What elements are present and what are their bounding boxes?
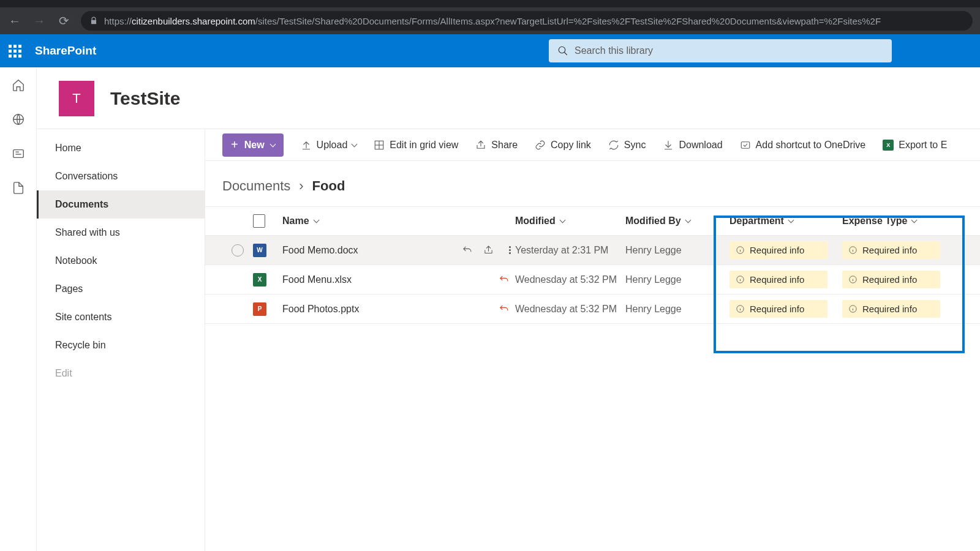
svg-point-0 bbox=[559, 47, 565, 53]
table-row[interactable]: P Food Photos.pptx Wednesday at 5:32 PM … bbox=[205, 294, 980, 324]
nav-edit-link[interactable]: Edit bbox=[37, 359, 205, 388]
app-brand[interactable]: SharePoint bbox=[35, 44, 96, 58]
nav-item-documents[interactable]: Documents bbox=[37, 190, 205, 219]
excel-file-icon: X bbox=[253, 273, 266, 287]
export-excel-button[interactable]: X Export to E bbox=[883, 140, 947, 151]
modified-date: Wednesday at 5:32 PM bbox=[515, 274, 625, 285]
home-icon[interactable] bbox=[12, 78, 25, 92]
site-left-nav: HomeConversationsDocumentsShared with us… bbox=[37, 129, 205, 551]
share-icon bbox=[475, 140, 486, 151]
globe-icon[interactable] bbox=[12, 113, 25, 126]
info-icon bbox=[736, 275, 745, 284]
modified-date: Yesterday at 2:31 PM bbox=[515, 245, 625, 256]
download-icon bbox=[663, 140, 674, 151]
grid-icon bbox=[374, 140, 385, 151]
table-row[interactable]: W Food Memo.docx Yesterday at 2:31 PM He… bbox=[205, 236, 980, 265]
info-icon bbox=[736, 304, 745, 313]
svg-rect-3 bbox=[13, 150, 23, 158]
sync-icon bbox=[608, 140, 619, 151]
upload-button[interactable]: Upload bbox=[301, 140, 357, 151]
file-type-icon[interactable] bbox=[253, 214, 265, 228]
nav-item-shared-with-us[interactable]: Shared with us bbox=[37, 219, 205, 247]
svg-point-10 bbox=[509, 246, 510, 247]
file-name[interactable]: Food Memo.docx bbox=[282, 245, 358, 256]
more-icon[interactable] bbox=[505, 245, 515, 255]
column-name[interactable]: Name bbox=[282, 216, 515, 227]
required-info-badge[interactable]: Required info bbox=[842, 300, 940, 318]
excel-icon: X bbox=[883, 140, 894, 151]
required-info-badge[interactable]: Required info bbox=[729, 300, 827, 318]
new-button[interactable]: + New bbox=[222, 133, 284, 157]
copy-link-button[interactable]: Copy link bbox=[535, 140, 591, 151]
url-field[interactable]: https://citizenbuilders.sharepoint.com/s… bbox=[81, 11, 973, 31]
download-button[interactable]: Download bbox=[663, 140, 722, 151]
chevron-down-icon bbox=[559, 217, 565, 223]
nav-item-conversations[interactable]: Conversations bbox=[37, 162, 205, 190]
svg-point-11 bbox=[509, 249, 510, 250]
column-modified-by[interactable]: Modified By bbox=[625, 216, 729, 227]
site-title[interactable]: TestSite bbox=[110, 88, 180, 109]
chevron-down-icon bbox=[270, 141, 276, 147]
breadcrumb-parent[interactable]: Documents bbox=[222, 178, 290, 194]
modified-date: Wednesday at 5:32 PM bbox=[515, 304, 625, 315]
required-info-badge[interactable]: Required info bbox=[842, 271, 940, 288]
back-button[interactable]: ← bbox=[7, 14, 22, 28]
ppt-file-icon: P bbox=[253, 302, 266, 316]
nav-item-recycle-bin[interactable]: Recycle bin bbox=[37, 331, 205, 359]
chevron-down-icon bbox=[313, 217, 319, 223]
site-logo[interactable]: T bbox=[59, 81, 94, 116]
sync-button[interactable]: Sync bbox=[608, 140, 646, 151]
svg-line-1 bbox=[564, 52, 567, 55]
file-name[interactable]: Food Photos.pptx bbox=[282, 304, 359, 315]
table-row[interactable]: X Food Menu.xlsx Wednesday at 5:32 PM He… bbox=[205, 265, 980, 294]
shortcut-icon bbox=[740, 140, 751, 151]
share-arrow-icon[interactable] bbox=[483, 245, 494, 255]
nav-item-home[interactable]: Home bbox=[37, 134, 205, 162]
undo-arrow-icon[interactable] bbox=[462, 245, 472, 255]
link-icon bbox=[535, 140, 546, 151]
chevron-right-icon: › bbox=[299, 178, 303, 194]
nav-item-notebook[interactable]: Notebook bbox=[37, 247, 205, 275]
required-info-badge[interactable]: Required info bbox=[842, 241, 940, 259]
share-button[interactable]: Share bbox=[475, 140, 518, 151]
shared-indicator-icon[interactable] bbox=[499, 304, 509, 314]
modified-by[interactable]: Henry Legge bbox=[625, 304, 729, 315]
nav-item-site-contents[interactable]: Site contents bbox=[37, 303, 205, 331]
app-launcher-icon[interactable] bbox=[9, 45, 21, 58]
modified-by[interactable]: Henry Legge bbox=[625, 245, 729, 256]
file-name[interactable]: Food Menu.xlsx bbox=[282, 274, 352, 285]
column-department[interactable]: Department bbox=[729, 216, 842, 227]
files-icon[interactable] bbox=[12, 181, 25, 195]
plus-icon: + bbox=[231, 138, 238, 152]
svg-rect-9 bbox=[741, 141, 750, 148]
forward-button[interactable]: → bbox=[32, 14, 47, 28]
info-icon bbox=[736, 246, 745, 255]
required-info-badge[interactable]: Required info bbox=[729, 241, 827, 259]
word-file-icon: W bbox=[253, 244, 266, 257]
select-circle[interactable] bbox=[232, 244, 244, 257]
info-icon bbox=[848, 275, 858, 284]
main-content: + New Upload Edit in grid view bbox=[205, 129, 980, 551]
required-info-badge[interactable]: Required info bbox=[729, 271, 827, 288]
search-input[interactable]: Search this library bbox=[549, 39, 892, 62]
svg-point-12 bbox=[509, 252, 510, 253]
reload-button[interactable]: ⟳ bbox=[56, 13, 71, 28]
news-icon[interactable] bbox=[12, 147, 25, 160]
command-bar: + New Upload Edit in grid view bbox=[205, 129, 980, 161]
chevron-down-icon bbox=[911, 217, 918, 223]
modified-by[interactable]: Henry Legge bbox=[625, 274, 729, 285]
edit-grid-button[interactable]: Edit in grid view bbox=[374, 140, 458, 151]
info-icon bbox=[848, 304, 858, 313]
search-placeholder: Search this library bbox=[575, 45, 653, 56]
nav-item-pages[interactable]: Pages bbox=[37, 275, 205, 303]
shared-indicator-icon[interactable] bbox=[499, 274, 509, 285]
column-modified[interactable]: Modified bbox=[515, 216, 625, 227]
add-shortcut-button[interactable]: Add shortcut to OneDrive bbox=[740, 140, 866, 151]
upload-icon bbox=[301, 140, 312, 151]
info-icon bbox=[848, 246, 858, 255]
chevron-down-icon bbox=[788, 217, 794, 223]
chevron-down-icon bbox=[685, 217, 691, 223]
browser-tab-strip bbox=[0, 0, 980, 7]
column-expense-type[interactable]: Expense Type bbox=[842, 216, 955, 227]
suite-header: SharePoint Search this library bbox=[0, 34, 980, 67]
